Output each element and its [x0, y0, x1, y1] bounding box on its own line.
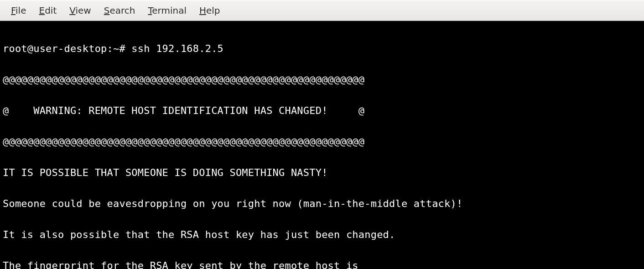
terminal-output[interactable]: root@user-desktop:~# ssh 192.168.2.5 @@@… [0, 21, 644, 269]
output-line: The fingerprint for the RSA key sent by … [3, 258, 641, 269]
prompt-text: root@user-desktop:~# [3, 43, 131, 54]
menu-help[interactable]: Help [193, 3, 227, 18]
menu-edit[interactable]: Edit [32, 3, 63, 18]
output-line: It is also possible that the RSA host ke… [3, 227, 641, 243]
menu-search[interactable]: Search [98, 3, 142, 18]
menu-terminal[interactable]: Terminal [141, 3, 193, 18]
prompt-line-1: root@user-desktop:~# ssh 192.168.2.5 [3, 41, 641, 57]
menu-file[interactable]: File [5, 3, 32, 18]
output-line: Someone could be eavesdropping on you ri… [3, 196, 641, 212]
menu-view[interactable]: View [63, 3, 97, 18]
command-text: ssh 192.168.2.5 [131, 43, 223, 54]
warning-border-bottom: @@@@@@@@@@@@@@@@@@@@@@@@@@@@@@@@@@@@@@@@… [3, 134, 641, 150]
menubar: File Edit View Search Terminal Help [0, 0, 644, 21]
warning-title: @ WARNING: REMOTE HOST IDENTIFICATION HA… [3, 103, 641, 119]
output-line: IT IS POSSIBLE THAT SOMEONE IS DOING SOM… [3, 165, 641, 181]
warning-border-top: @@@@@@@@@@@@@@@@@@@@@@@@@@@@@@@@@@@@@@@@… [3, 72, 641, 88]
